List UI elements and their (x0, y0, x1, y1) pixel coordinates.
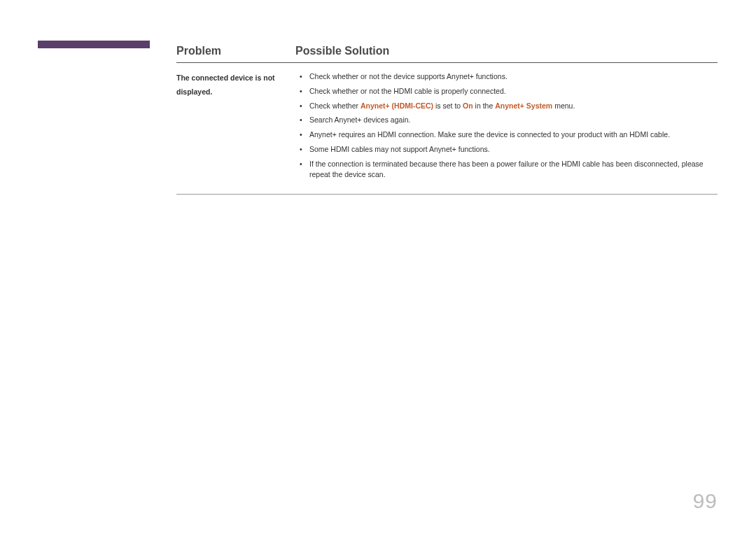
accent-bar (38, 41, 150, 48)
header-solution: Possible Solution (295, 45, 389, 57)
header-problem: Problem (176, 45, 221, 57)
text-fragment: in the (473, 101, 496, 110)
text-fragment: Check whether (309, 101, 360, 110)
solution-list: Check whether or not the device supports… (295, 70, 718, 181)
accent-setting-value: On (463, 101, 473, 110)
problem-description: The connected device is not displayed. (176, 70, 295, 99)
problem-line-1: The connected device is not (176, 73, 275, 82)
troubleshooting-table: Problem Possible Solution The connected … (176, 45, 718, 195)
list-item: Check whether or not the device supports… (295, 71, 718, 83)
list-item: Some HDMI cables may not support Anynet+… (295, 144, 718, 155)
list-item: Check whether Anynet+ (HDMI-CEC) is set … (295, 101, 718, 112)
page-number: 99 (693, 489, 718, 513)
problem-line-2: displayed. (176, 87, 212, 96)
text-fragment: menu. (552, 101, 575, 110)
list-item: Search Anynet+ devices again. (295, 115, 718, 126)
list-item: Check whether or not the HDMI cable is p… (295, 86, 718, 97)
text-fragment: is set to (433, 101, 463, 110)
accent-menu-name: Anynet+ System (495, 101, 552, 110)
table-header-row: Problem Possible Solution (176, 45, 718, 63)
accent-setting-name: Anynet+ (HDMI-CEC) (360, 101, 433, 110)
table-row: The connected device is not displayed. C… (176, 70, 718, 195)
list-item: Anynet+ requires an HDMI connection. Mak… (295, 129, 718, 141)
list-item: If the connection is terminated because … (295, 159, 718, 181)
